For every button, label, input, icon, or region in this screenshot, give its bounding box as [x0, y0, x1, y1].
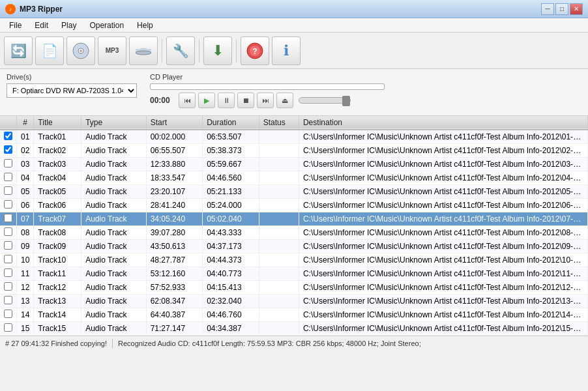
row-checkbox[interactable]	[4, 200, 12, 209]
row-checkbox-cell[interactable]	[0, 295, 17, 308]
row-checkbox[interactable]	[4, 159, 12, 167]
menu-help[interactable]: Help	[130, 20, 160, 31]
row-checkbox[interactable]	[4, 268, 12, 277]
row-checkbox[interactable]	[4, 241, 12, 250]
help-button[interactable]: ?	[241, 36, 269, 65]
minimize-button[interactable]: ─	[541, 3, 554, 15]
row-checkbox-cell[interactable]	[0, 308, 17, 322]
row-checkbox[interactable]	[4, 186, 12, 195]
row-duration: 04:46.760	[203, 308, 259, 322]
row-type: Audio Track	[81, 240, 147, 253]
table-row[interactable]: 05Track05Audio Track23:20.10705:21.133C:…	[0, 185, 588, 199]
track-list-area[interactable]: # Title Type Start Duration Status Desti…	[0, 116, 588, 336]
table-row[interactable]: 09Track09Audio Track43:50.61304:37.173C:…	[0, 240, 588, 253]
row-checkbox-cell[interactable]	[0, 322, 17, 336]
row-start: 18:33.547	[146, 171, 203, 185]
row-checkbox-cell[interactable]	[0, 226, 17, 240]
row-type: Audio Track	[81, 295, 147, 308]
table-row[interactable]: 01Track01Audio Track00:02.00006:53.507C:…	[0, 130, 588, 144]
row-checkbox[interactable]	[4, 227, 12, 236]
menu-edit[interactable]: Edit	[28, 20, 55, 31]
mp3-button[interactable]: MP3	[98, 36, 126, 65]
row-title: Track10	[34, 253, 81, 267]
row-status	[259, 130, 299, 144]
row-title: Track01	[34, 130, 81, 144]
row-checkbox[interactable]	[4, 323, 12, 332]
row-type: Audio Track	[81, 253, 147, 267]
row-type: Audio Track	[81, 144, 147, 158]
row-checkbox[interactable]	[4, 282, 12, 291]
table-row[interactable]: 13Track13Audio Track62:08.34702:32.040C:…	[0, 295, 588, 308]
cd-volume-slider[interactable]	[299, 97, 351, 104]
title-bar: ♪ MP3 Ripper ─ □ ✕	[0, 0, 588, 18]
row-status	[259, 212, 299, 226]
table-row[interactable]: 03Track03Audio Track12:33.88005:59.667C:…	[0, 158, 588, 171]
row-destination: C:\Users\Informer IC\Music\Unknown Artis…	[299, 295, 587, 308]
table-row[interactable]: 15Track15Audio Track71:27.14704:34.387C:…	[0, 322, 588, 336]
row-checkbox-cell[interactable]	[0, 281, 17, 295]
close-button[interactable]: ✕	[570, 3, 583, 15]
row-checkbox-cell[interactable]	[0, 171, 17, 185]
row-checkbox-cell[interactable]	[0, 267, 17, 281]
file-button[interactable]: 📄	[35, 36, 64, 65]
table-row[interactable]: 07Track07Audio Track34:05.24005:02.040C:…	[0, 212, 588, 226]
cd-volume-handle[interactable]	[342, 96, 350, 106]
row-checkbox-cell[interactable]	[0, 185, 17, 199]
table-row[interactable]: 08Track08Audio Track39:07.28004:43.333C:…	[0, 226, 588, 240]
cd-button[interactable]	[66, 36, 95, 65]
row-checkbox[interactable]	[4, 145, 12, 154]
cd-stop-button[interactable]: ⏹	[237, 93, 254, 108]
app-title: MP3 Ripper	[20, 5, 63, 14]
toolbar-separator-1	[162, 39, 162, 63]
col-header-check	[0, 116, 17, 130]
row-checkbox-cell[interactable]	[0, 158, 17, 171]
row-checkbox-cell[interactable]	[0, 212, 17, 226]
menu-operation[interactable]: Operation	[83, 20, 130, 31]
row-checkbox-cell[interactable]	[0, 253, 17, 267]
table-row[interactable]: 14Track14Audio Track64:40.38704:46.760C:…	[0, 308, 588, 322]
cd-fastforward-button[interactable]: ⏭	[257, 93, 274, 108]
cd-pause-button[interactable]: ⏸	[218, 93, 235, 108]
row-status	[259, 158, 299, 171]
row-checkbox-cell[interactable]	[0, 130, 17, 144]
row-start: 06:55.507	[146, 144, 203, 158]
row-checkbox[interactable]	[4, 296, 12, 304]
cd-play-button[interactable]: ▶	[198, 93, 215, 108]
col-header-num: #	[17, 116, 34, 130]
svg-point-2	[80, 50, 82, 52]
row-checkbox-cell[interactable]	[0, 199, 17, 212]
row-checkbox[interactable]	[4, 132, 12, 140]
disc-button[interactable]	[129, 36, 158, 65]
cd-eject-button[interactable]: ⏏	[276, 93, 293, 108]
refresh-button[interactable]: 🔄	[4, 36, 33, 65]
row-checkbox[interactable]	[4, 255, 12, 263]
row-checkbox-cell[interactable]	[0, 240, 17, 253]
row-checkbox[interactable]	[4, 310, 12, 318]
table-row[interactable]: 10Track10Audio Track48:27.78704:44.373C:…	[0, 253, 588, 267]
drive-select[interactable]: F: Optiarc DVD RW AD-7203S 1.04	[7, 83, 137, 98]
cd-section: CD Player 00:00 ⏮ ▶ ⏸ ⏹ ⏭ ⏏	[150, 73, 385, 108]
table-row[interactable]: 02Track02Audio Track06:55.50705:38.373C:…	[0, 144, 588, 158]
row-num: 02	[17, 144, 34, 158]
table-row[interactable]: 11Track11Audio Track53:12.16004:40.773C:…	[0, 267, 588, 281]
row-checkbox-cell[interactable]	[0, 144, 17, 158]
row-num: 11	[17, 267, 34, 281]
cd-progress-bar	[150, 83, 385, 90]
download-button[interactable]: ⬇	[203, 36, 232, 65]
table-row[interactable]: 04Track04Audio Track18:33.54704:46.560C:…	[0, 171, 588, 185]
maximize-button[interactable]: □	[555, 3, 568, 15]
row-duration: 02:32.040	[203, 295, 259, 308]
table-row[interactable]: 06Track06Audio Track28:41.24005:24.000C:…	[0, 199, 588, 212]
col-header-destination: Destination	[299, 116, 587, 130]
cd-rewind-button[interactable]: ⏮	[179, 93, 196, 108]
row-destination: C:\Users\Informer IC\Music\Unknown Artis…	[299, 308, 587, 322]
row-checkbox[interactable]	[4, 214, 12, 222]
tools-button[interactable]: 🔧	[166, 36, 195, 65]
row-checkbox[interactable]	[4, 173, 12, 181]
table-row[interactable]: 12Track12Audio Track57:52.93304:15.413C:…	[0, 281, 588, 295]
row-start: 39:07.280	[146, 226, 203, 240]
menu-play[interactable]: Play	[55, 20, 83, 31]
menu-file[interactable]: File	[3, 20, 28, 31]
row-start: 00:02.000	[146, 130, 203, 144]
info-button[interactable]: ℹ	[272, 36, 301, 65]
